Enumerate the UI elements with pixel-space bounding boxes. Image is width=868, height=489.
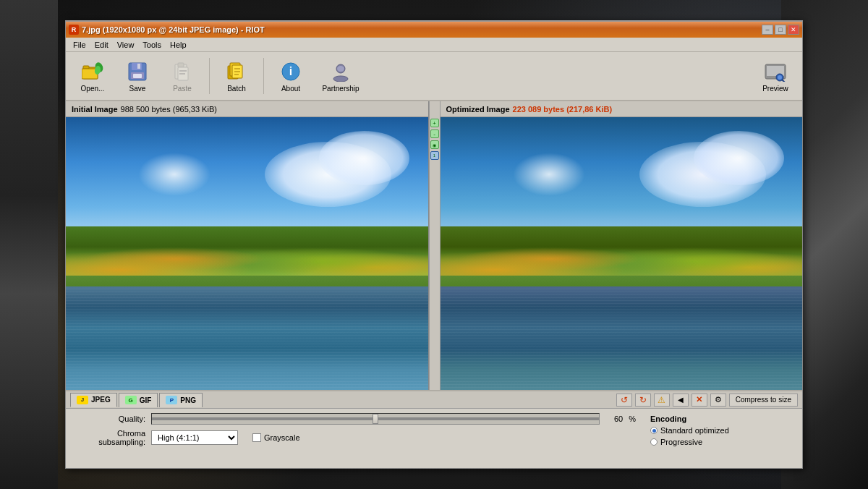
warning-button[interactable]: ⚠ xyxy=(654,394,670,407)
menu-view[interactable]: View xyxy=(113,39,139,51)
encoding-progressive-row: Progressive xyxy=(650,438,795,446)
about-button[interactable]: i About xyxy=(270,55,312,97)
menu-help[interactable]: Help xyxy=(166,39,191,51)
open-icon xyxy=(81,60,104,83)
left-image-container xyxy=(66,117,428,390)
encoding-standard-label: Standard optimized xyxy=(660,426,729,435)
chroma-select[interactable]: High (4:1:1) xyxy=(151,430,238,445)
preview-label: Preview xyxy=(762,85,788,93)
save-icon xyxy=(126,60,149,83)
close-x-icon: ✕ xyxy=(696,395,702,404)
paste-icon xyxy=(171,60,194,83)
quality-row: Quality: 60 % xyxy=(73,413,636,425)
right-landscape xyxy=(441,117,803,390)
grayscale-row: Grayscale xyxy=(252,433,300,442)
reflection-left xyxy=(66,286,428,390)
left-panel-header: Initial Image 988 500 bytes (965,33 KiB) xyxy=(66,101,428,117)
menu-edit[interactable]: Edit xyxy=(90,39,113,51)
about-icon: i xyxy=(279,60,302,83)
slider-thumb[interactable] xyxy=(373,414,378,424)
svg-text:i: i xyxy=(289,65,292,77)
png-label: PNG xyxy=(180,396,196,404)
save-label: Save xyxy=(129,85,146,93)
minimize-button[interactable]: – xyxy=(762,25,773,35)
partnership-icon xyxy=(329,60,352,83)
encoding-progressive-label: Progressive xyxy=(660,438,702,446)
panel-divider: + - ◉ 1 xyxy=(429,101,441,390)
save-button[interactable]: Save xyxy=(116,55,158,97)
zoom-actual-btn[interactable]: 1 xyxy=(430,151,439,160)
settings-left: Quality: 60 % Chroma subsampling: High (… xyxy=(73,413,636,464)
left-landscape xyxy=(66,117,428,390)
app-icon: R xyxy=(69,25,79,35)
open-button[interactable]: Open... xyxy=(72,55,114,97)
title-bar: R 7.jpg (1920x1080 px @ 24bit JPEG image… xyxy=(66,22,802,38)
batch-button[interactable]: Batch xyxy=(216,55,258,97)
zoom-fit-btn[interactable]: ◉ xyxy=(430,140,439,149)
settings-row: Quality: 60 % Chroma subsampling: High (… xyxy=(66,409,802,468)
right-image-container xyxy=(441,117,803,390)
paste-label: Paste xyxy=(173,85,192,93)
paste-button[interactable]: Paste xyxy=(161,55,203,97)
zoom-in-btn[interactable]: + xyxy=(430,119,439,127)
clouds-left xyxy=(66,131,428,240)
quality-slider[interactable] xyxy=(151,413,600,425)
settings-button[interactable]: ⚙ xyxy=(710,394,726,407)
svg-point-26 xyxy=(333,76,348,82)
grayscale-checkbox[interactable] xyxy=(252,433,261,442)
clouds-right xyxy=(441,131,803,240)
preview-icon xyxy=(764,60,787,83)
settings-icon: ⚙ xyxy=(715,395,722,404)
svg-rect-7 xyxy=(137,64,140,69)
encoding-standard-radio[interactable] xyxy=(650,427,658,434)
menu-file[interactable]: File xyxy=(69,39,90,51)
svg-rect-13 xyxy=(179,70,187,72)
left-panel-title: Initial Image xyxy=(72,105,118,114)
redo-icon: ↻ xyxy=(639,395,647,405)
image-panels: Initial Image 988 500 bytes (965,33 KiB) xyxy=(66,101,802,390)
undo-icon: ↺ xyxy=(621,395,628,405)
encoding-progressive-radio[interactable] xyxy=(650,438,658,446)
compress-to-size-button[interactable]: Compress to size xyxy=(729,394,798,407)
redo-button[interactable]: ↻ xyxy=(635,394,651,407)
back-button[interactable]: ◀ xyxy=(673,394,689,407)
partnership-button[interactable]: Partnership xyxy=(315,55,367,97)
app-window: R 7.jpg (1920x1080 px @ 24bit JPEG image… xyxy=(65,20,803,469)
svg-point-30 xyxy=(778,75,782,80)
gif-label: GIF xyxy=(140,396,152,404)
zoom-out-btn[interactable]: - xyxy=(430,129,439,138)
right-panel-header: Optimized Image 223 089 bytes (217,86 Ki… xyxy=(441,101,803,117)
maximize-button[interactable]: □ xyxy=(775,25,786,35)
cloud3-left xyxy=(138,153,210,196)
chroma-label: Chroma subsampling: xyxy=(73,429,145,446)
batch-label: Batch xyxy=(227,85,246,93)
window-title: 7.jpg (1920x1080 px @ 24bit JPEG image) … xyxy=(82,25,265,34)
toolbar: Open... Save xyxy=(66,52,802,101)
trees-detail-left xyxy=(66,226,428,281)
window-controls: – □ ✕ xyxy=(762,25,799,35)
trees-detail-right xyxy=(441,226,803,281)
settings-right: Encoding Standard optimized Progressive xyxy=(650,413,795,464)
quality-value: 60 xyxy=(605,414,623,423)
undo-button[interactable]: ↺ xyxy=(616,394,632,407)
jpeg-tab[interactable]: J JPEG xyxy=(70,393,117,407)
slider-track xyxy=(152,417,599,420)
png-tab[interactable]: P PNG xyxy=(159,393,203,407)
png-icon: P xyxy=(166,396,177,404)
menu-bar: File Edit View Tools Help xyxy=(66,38,802,52)
preview-button[interactable]: Preview xyxy=(754,55,796,97)
format-actions: ↺ ↻ ⚠ ◀ ✕ ⚙ Compress to size xyxy=(616,394,798,407)
cloud2-left xyxy=(319,131,409,185)
quality-label: Quality: xyxy=(73,414,145,423)
svg-rect-14 xyxy=(179,73,185,75)
toolbar-separator-2 xyxy=(263,58,264,94)
open-label: Open... xyxy=(81,85,105,93)
back-icon: ◀ xyxy=(678,396,684,404)
menu-tools[interactable]: Tools xyxy=(138,39,166,51)
close-button[interactable]: ✕ xyxy=(788,25,799,35)
close-x-button[interactable]: ✕ xyxy=(692,394,707,407)
grayscale-label: Grayscale xyxy=(264,433,300,442)
gif-tab[interactable]: G GIF xyxy=(119,393,158,407)
reflection-right xyxy=(441,286,803,390)
gif-icon: G xyxy=(125,396,137,404)
